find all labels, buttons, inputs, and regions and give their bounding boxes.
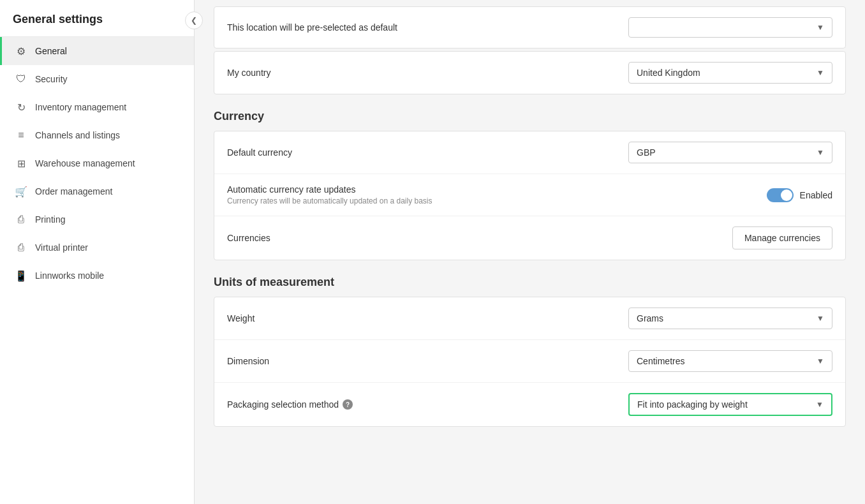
sidebar-item-label-warehouse: Warehouse management — [35, 158, 135, 168]
auto-rate-label: Automatic currency rate updates — [227, 184, 432, 195]
packaging-label: Packaging selection method — [227, 399, 339, 410]
sidebar-item-label-order: Order management — [35, 186, 112, 196]
units-section-title: Units of measurement — [214, 276, 846, 289]
sidebar-item-warehouse[interactable]: ⊞Warehouse management — [0, 149, 194, 177]
auto-rate-info: Automatic currency rate updates Currency… — [227, 184, 432, 205]
sidebar-nav: ⚙General🛡Security↻Inventory management≡C… — [0, 37, 194, 290]
my-country-value: United Kingdom — [637, 68, 700, 78]
currency-section-title: Currency — [214, 110, 846, 123]
dimension-chevron-icon: ▼ — [817, 357, 824, 366]
units-card: Weight Grams ▼ Dimension Centimetres ▼ P… — [214, 297, 846, 427]
sidebar-item-label-general: General — [35, 46, 67, 56]
sidebar-item-linnworks-mobile[interactable]: 📱Linnworks mobile — [0, 262, 194, 290]
weight-value: Grams — [637, 313, 663, 323]
chevron-left-icon: ❮ — [191, 16, 197, 25]
channels-icon: ≡ — [15, 129, 27, 142]
sidebar-item-channels[interactable]: ≡Channels and listings — [0, 121, 194, 149]
order-icon: 🛒 — [15, 185, 27, 198]
sidebar-item-label-inventory: Inventory management — [35, 102, 126, 112]
manage-currencies-button[interactable]: Manage currencies — [732, 226, 832, 249]
sidebar-item-label-channels: Channels and listings — [35, 130, 120, 140]
my-country-label: My country — [227, 68, 270, 78]
country-chevron-icon: ▼ — [817, 68, 824, 77]
sidebar-title: General settings — [0, 0, 194, 37]
location-chevron-icon: ▼ — [817, 23, 824, 32]
sidebar-item-printing[interactable]: ⎙Printing — [0, 205, 194, 233]
currency-chevron-icon: ▼ — [817, 148, 824, 157]
sidebar-item-label-virtual-printer: Virtual printer — [35, 242, 88, 253]
location-default-label: This location will be pre-selected as de… — [227, 22, 397, 33]
warehouse-icon: ⊞ — [15, 157, 27, 170]
sidebar-item-security[interactable]: 🛡Security — [0, 65, 194, 93]
virtual-printer-icon: ⎙ — [15, 241, 27, 254]
weight-select[interactable]: Grams ▼ — [628, 308, 832, 329]
toggle-knob — [781, 189, 792, 201]
sidebar-item-label-linnworks-mobile: Linnworks mobile — [35, 271, 104, 281]
auto-rate-sublabel: Currency rates will be automatically upd… — [227, 196, 432, 205]
weight-label: Weight — [227, 313, 255, 323]
packaging-chevron-icon: ▼ — [816, 400, 824, 409]
currency-card: Default currency GBP ▼ Automatic currenc… — [214, 131, 846, 260]
weight-chevron-icon: ▼ — [817, 314, 824, 323]
packaging-select[interactable]: Fit into packaging by weight ▼ — [628, 393, 832, 416]
sidebar-item-label-security: Security — [35, 74, 68, 84]
auto-rate-status: Enabled — [800, 190, 832, 200]
weight-row: Weight Grams ▼ — [214, 297, 845, 340]
auto-rate-row: Automatic currency rate updates Currency… — [214, 174, 845, 216]
auto-rate-toggle[interactable] — [767, 188, 794, 202]
main-content: This location will be pre-selected as de… — [195, 0, 865, 504]
currencies-label: Currencies — [227, 233, 270, 243]
my-country-row: My country United Kingdom ▼ — [214, 52, 845, 94]
sidebar-collapse-button[interactable]: ❮ — [185, 11, 203, 29]
auto-rate-toggle-wrap: Enabled — [767, 188, 832, 202]
sidebar-item-general[interactable]: ⚙General — [0, 37, 194, 65]
sidebar-item-order[interactable]: 🛒Order management — [0, 177, 194, 205]
location-default-card: This location will be pre-selected as de… — [214, 6, 846, 48]
my-country-select[interactable]: United Kingdom ▼ — [628, 62, 832, 84]
location-default-select[interactable]: ▼ — [628, 17, 832, 38]
default-currency-select[interactable]: GBP ▼ — [628, 142, 832, 163]
sidebar-item-label-printing: Printing — [35, 214, 65, 225]
packaging-info-icon[interactable]: ? — [343, 399, 353, 410]
packaging-value: Fit into packaging by weight — [637, 399, 748, 410]
linnworks-mobile-icon: 📱 — [15, 269, 27, 282]
security-icon: 🛡 — [15, 73, 27, 85]
my-country-card: My country United Kingdom ▼ — [214, 51, 846, 94]
printing-icon: ⎙ — [15, 213, 27, 226]
sidebar: General settings ❮ ⚙General🛡Security↻Inv… — [0, 0, 195, 504]
currencies-row: Currencies Manage currencies — [214, 216, 845, 260]
location-default-row: This location will be pre-selected as de… — [214, 7, 845, 48]
inventory-icon: ↻ — [15, 101, 27, 114]
default-currency-value: GBP — [637, 147, 656, 158]
sidebar-item-inventory[interactable]: ↻Inventory management — [0, 93, 194, 121]
packaging-label-wrap: Packaging selection method ? — [227, 399, 353, 410]
packaging-row: Packaging selection method ? Fit into pa… — [214, 383, 845, 426]
default-currency-label: Default currency — [227, 147, 292, 158]
default-currency-row: Default currency GBP ▼ — [214, 131, 845, 174]
dimension-select[interactable]: Centimetres ▼ — [628, 350, 832, 372]
dimension-label: Dimension — [227, 356, 269, 366]
general-icon: ⚙ — [15, 45, 27, 57]
dimension-row: Dimension Centimetres ▼ — [214, 340, 845, 383]
dimension-value: Centimetres — [637, 356, 684, 366]
sidebar-item-virtual-printer[interactable]: ⎙Virtual printer — [0, 233, 194, 262]
